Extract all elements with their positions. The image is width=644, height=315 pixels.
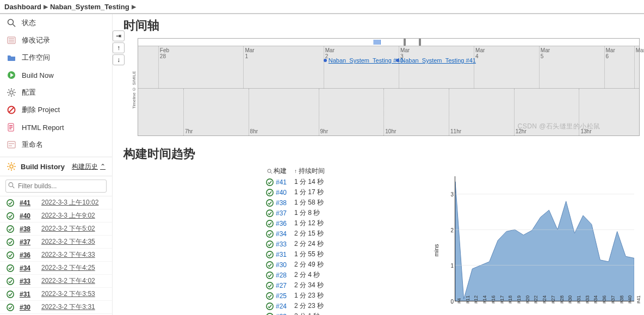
build-time-link[interactable]: 2022-3-2 下午4:33 xyxy=(41,250,95,260)
svg-rect-20 xyxy=(9,125,13,126)
build-history-row[interactable]: #34 2022-3-2 下午4:25 xyxy=(0,262,112,275)
build-link[interactable]: #37 xyxy=(276,209,287,217)
sidebar-item-3[interactable]: Build Now xyxy=(0,66,112,84)
build-link[interactable]: #27 xyxy=(276,282,287,289)
timeline[interactable]: Timeline © SIMILE Feb 28Mar 1Mar 2Mar 3M… xyxy=(138,38,640,136)
timeline-scrubber[interactable] xyxy=(138,39,639,46)
status-success-icon xyxy=(266,199,274,207)
build-link[interactable]: #36 xyxy=(276,220,287,227)
build-time-link[interactable]: 2022-3-2 下午5:02 xyxy=(41,224,95,233)
svg-point-56 xyxy=(267,220,273,226)
duration-value: 1 分 12 秒 xyxy=(294,219,324,228)
filter-builds-input[interactable] xyxy=(5,180,107,193)
build-number-link[interactable]: #30 xyxy=(20,304,36,311)
build-link[interactable]: #25 xyxy=(276,292,287,300)
sort-icon[interactable]: ↑ xyxy=(294,168,297,174)
build-number-link[interactable]: #31 xyxy=(20,291,36,298)
build-history-row[interactable]: #33 2022-3-2 下午4:02 xyxy=(0,275,112,288)
svg-point-35 xyxy=(9,183,13,187)
svg-point-58 xyxy=(267,240,273,247)
timeline-event[interactable]: Naban_System_Testing #41 xyxy=(396,57,476,64)
timeline-collapse-button[interactable]: ⇥ xyxy=(113,30,125,41)
build-history-row[interactable]: #36 2022-3-2 下午4:33 xyxy=(0,249,112,262)
build-time-link[interactable]: 2022-3-2 下午3:31 xyxy=(41,302,95,312)
build-history-row[interactable]: #31 2022-3-2 下午3:53 xyxy=(0,288,112,301)
svg-line-13 xyxy=(8,89,9,90)
status-success-icon xyxy=(266,271,274,279)
build-link[interactable]: #34 xyxy=(276,230,287,238)
chevron-up-icon: ⌃ xyxy=(100,163,106,170)
build-number-link[interactable]: #41 xyxy=(20,199,36,207)
duration-value: 2 分 34 秒 xyxy=(294,281,324,290)
timeline-up-button[interactable]: ↑ xyxy=(113,42,125,53)
build-history-list[interactable]: #41 2022-3-3 上午10:02 #40 2022-3-3 上午9:02… xyxy=(0,196,112,315)
timeline-date-tick: Mar 4 xyxy=(475,47,485,59)
timeline-upper-band[interactable]: Feb 28Mar 1Mar 2Mar 3Mar 4Mar 5Mar 6MarN… xyxy=(138,46,639,89)
y-tick: 1 xyxy=(450,263,454,269)
build-link[interactable]: #31 xyxy=(276,251,287,258)
build-history-row[interactable]: #40 2022-3-3 上午9:02 xyxy=(0,209,112,223)
duration-row: #23 2 分 1 秒 xyxy=(265,311,325,315)
sidebar-item-0[interactable]: 状态 xyxy=(0,14,112,32)
status-success-icon xyxy=(266,251,274,258)
duration-row: #38 1 分 58 秒 xyxy=(265,197,325,208)
breadcrumb-project[interactable]: Naban_System_Testing xyxy=(50,3,129,11)
status-success-icon xyxy=(7,199,14,207)
sidebar-item-7[interactable]: 重命名 xyxy=(0,136,112,153)
sidebar-item-5[interactable]: 删除 Project xyxy=(0,101,112,119)
build-number-link[interactable]: #37 xyxy=(20,238,36,246)
timeline-lower-band[interactable]: 7hr8hr9hr10hr11hr12hr13hr xyxy=(138,89,639,135)
build-time-link[interactable]: 2022-3-2 下午4:02 xyxy=(41,276,95,286)
build-number-link[interactable]: #36 xyxy=(20,251,36,259)
duration-row: #25 1 分 23 秒 xyxy=(265,291,325,301)
build-link[interactable]: #41 xyxy=(276,178,287,186)
build-time-link[interactable]: 2022-3-2 下午3:53 xyxy=(41,289,95,299)
search-icon xyxy=(267,169,273,174)
build-time-link[interactable]: 2022-3-3 上午9:02 xyxy=(41,211,95,220)
status-success-icon xyxy=(7,277,14,285)
build-history-row[interactable]: #30 2022-3-2 下午3:31 xyxy=(0,301,112,314)
build-number-link[interactable]: #33 xyxy=(20,277,36,285)
timeline-down-button[interactable]: ↓ xyxy=(113,54,125,65)
sidebar-item-6[interactable]: HTML Report xyxy=(0,119,112,136)
build-time-link[interactable]: 2022-3-2 下午4:25 xyxy=(41,263,95,273)
build-link[interactable]: #28 xyxy=(276,271,287,279)
duration-row: #30 2 分 49 秒 xyxy=(265,260,325,270)
duration-value: 1 分 55 秒 xyxy=(294,250,324,259)
search-icon xyxy=(8,182,15,190)
build-history-row[interactable]: #38 2022-3-2 下午5:02 xyxy=(0,223,112,236)
build-history-trend-link[interactable]: 构建历史⌃ xyxy=(72,162,106,171)
build-number-link[interactable]: #40 xyxy=(20,212,36,220)
timeline-credit: Timeline © SIMILE xyxy=(132,46,138,133)
sidebar-item-1[interactable]: 修改记录 xyxy=(0,32,112,49)
svg-point-53 xyxy=(267,189,273,195)
duration-row: #34 2 分 15 秒 xyxy=(265,228,325,239)
build-link[interactable]: #33 xyxy=(276,240,287,248)
event-dot-icon xyxy=(396,59,399,62)
build-link[interactable]: #40 xyxy=(276,189,287,196)
play-icon xyxy=(7,70,16,80)
sidebar-item-2[interactable]: 工作空间 xyxy=(0,49,112,66)
build-link[interactable]: #30 xyxy=(276,261,287,269)
build-link[interactable]: #23 xyxy=(276,313,287,316)
status-success-icon xyxy=(7,225,14,233)
status-success-icon xyxy=(266,178,274,186)
breadcrumb-dashboard[interactable]: Dashboard xyxy=(4,3,41,11)
status-success-icon xyxy=(266,189,274,196)
build-link[interactable]: #24 xyxy=(276,302,287,310)
breadcrumb: Dashboard ▶ Naban_System_Testing ▶ xyxy=(0,0,644,14)
build-link[interactable]: #38 xyxy=(276,199,287,207)
svg-point-50 xyxy=(268,169,271,172)
duration-value: 2 分 24 秒 xyxy=(294,239,324,249)
sidebar-item-4[interactable]: 配置 xyxy=(0,84,112,101)
build-time-link[interactable]: 2022-3-2 下午4:35 xyxy=(41,237,95,246)
build-time-link[interactable]: 2022-3-3 上午10:02 xyxy=(41,198,98,207)
duration-row: #36 1 分 12 秒 xyxy=(265,218,325,228)
timeline-hour-tick: 7hr xyxy=(185,128,193,134)
svg-rect-21 xyxy=(9,127,13,128)
build-number-link[interactable]: #34 xyxy=(20,264,36,272)
build-history-row[interactable]: #37 2022-3-2 下午4:35 xyxy=(0,236,112,249)
build-number-link[interactable]: #38 xyxy=(20,225,36,233)
build-history-row[interactable]: #41 2022-3-3 上午10:02 xyxy=(0,196,112,209)
timeline-event[interactable]: Naban_System_Testing #40 xyxy=(324,57,404,64)
